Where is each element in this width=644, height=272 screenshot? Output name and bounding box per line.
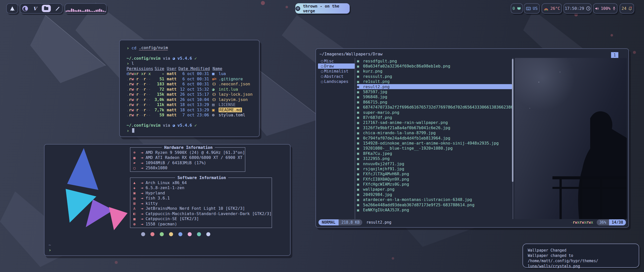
file-row[interactable]: ▣atardecer-en-la-montanas-ilustracion-63…	[357, 197, 512, 202]
notification-body-line2: luna/walls/crystals.png	[528, 264, 634, 269]
audio-pill[interactable]: 100%	[593, 3, 618, 14]
scroll-percent: 36%	[597, 219, 609, 225]
folder-icon: ■	[212, 71, 218, 76]
image-file-icon: ▣	[357, 167, 363, 171]
status-filename: result2.png	[366, 220, 391, 225]
theme-icon: ◧	[133, 212, 139, 216]
terminal-window[interactable]: ›cd .config/nvim ~/.config/nvim via ◕ v5…	[119, 40, 260, 137]
file-row[interactable]: ▣wallpaper.png	[357, 187, 512, 192]
wm-icon: ▣	[133, 191, 139, 195]
keyboard-layout-pill[interactable]: US	[524, 3, 540, 14]
image-file-icon: ▣	[357, 131, 363, 135]
notification-toast[interactable]: Wallpaper Changed Wallpaper changed to /…	[522, 244, 639, 268]
file-row[interactable]: ▣08a634fa02a32364f69ebc86a98eb1eb.png	[357, 63, 512, 69]
file-row[interactable]: ▣0c794faf07de24a4db4d4fb1eb813964.jpg	[357, 135, 512, 141]
os-icon: ▲	[133, 181, 139, 185]
visualizer-bars	[66, 5, 106, 12]
file-row[interactable]: ▣FXfcJlTXgAMvH6R.png	[357, 172, 512, 177]
git-icon: git	[212, 77, 218, 81]
file-row[interactable]: ▣20492984.jpg	[357, 192, 512, 197]
desktop: V thrown - on the verge 0 US	[0, 0, 644, 272]
distro-logo	[49, 147, 129, 233]
open-folder-icon: ▢	[321, 80, 323, 84]
file-row[interactable]: ▣217167-sad-anime-rain-wallpaper.png	[357, 120, 512, 125]
notification-count: 24	[622, 6, 626, 11]
tab-badge[interactable]: 1	[611, 52, 618, 58]
software-row: ▤→fish 3.6.1	[132, 196, 272, 201]
file-row[interactable]: ▣596848.jpg	[357, 94, 512, 99]
hardware-row: ▢→644x272	[132, 165, 245, 171]
palette-dot	[169, 232, 173, 236]
file-manager-window[interactable]: ~/Imagenes/Wallpapers/Draw 1 ▢Misc▢Draw▢…	[315, 48, 629, 228]
ls-header: PermissionsSizeUserDate ModifiedName	[127, 66, 259, 71]
file-row[interactable]: ▣8FKa7Cu.jpeg	[357, 151, 512, 156]
ls-row: drwxr-xr-x-matt6 oct 00:31■lua	[127, 71, 259, 77]
file-row[interactable]: ▣EeNKYgIUcAAJ5JX.png	[357, 207, 512, 212]
image-file-icon: ▣	[357, 90, 363, 94]
sidebar-item-draw[interactable]: ▢Draw	[318, 63, 355, 69]
file-row[interactable]: ▣FXfcHgcWIAMzs0G.png	[357, 182, 512, 187]
image-file-icon: ▣	[357, 80, 363, 84]
prompt-path: ~	[49, 243, 51, 247]
image-file-icon: ▣	[357, 74, 363, 78]
breadcrumb-path: ~/Imagenes/Wallpapers/Draw	[319, 52, 382, 56]
lua-version: v5.4.6	[177, 56, 192, 61]
media-player-pill[interactable]: thrown - on the verge	[295, 3, 350, 14]
notifications-pill[interactable]: 24	[620, 3, 634, 14]
file-row[interactable]: ▣FXfcII0X0AQyn9X.png	[357, 177, 512, 182]
text-cursor	[132, 128, 134, 133]
sidebar-item-abstract[interactable]: ▢Abstract	[318, 74, 355, 79]
mode-badge: NORMAL	[318, 219, 339, 225]
file-row[interactable]: ▣super-mario.png	[357, 110, 512, 115]
sidebar-item-landscapes[interactable]: ▢Landscapes	[318, 79, 355, 84]
file-row[interactable]: ▣587597.jpg	[357, 89, 512, 94]
file-row[interactable]: ▣3126f7e9bbf21a8a4af0b67b041c6e26.jpg	[357, 125, 512, 130]
scrollbar-thumb[interactable]	[512, 59, 513, 182]
file-row[interactable]: ▣resssult.png	[357, 74, 512, 79]
file-row[interactable]: ▣87r687df.png	[357, 115, 512, 120]
sidebar-item-minimalist[interactable]: ▢Minimalist	[318, 69, 355, 74]
app-launcher-button[interactable]	[6, 3, 18, 14]
file-row[interactable]: ▣19201080-__blue-tinge__-1920×1080.jpg	[357, 146, 512, 151]
clock-icon	[586, 6, 590, 11]
sidebar-item-misc[interactable]: ▢Misc	[318, 58, 355, 63]
file-row[interactable]: ▣rsjqojlmjhf91.jpg	[357, 166, 512, 171]
file-list: ▣ressdfgult.png▣08a634fa02a32364f69ebc86…	[357, 58, 512, 213]
command: cd	[132, 46, 136, 50]
display-icon: ▢	[133, 166, 139, 170]
folder-icon	[44, 7, 48, 10]
file-size: 218.8 KB	[339, 219, 362, 225]
workspace-firefox[interactable]	[22, 6, 28, 12]
file-row[interactable]: ▣result2.png	[357, 84, 512, 89]
weather-pill[interactable]: 26°C	[542, 3, 562, 14]
shell-icon: ▤	[133, 196, 139, 200]
workspace-paint[interactable]	[55, 6, 61, 12]
image-file-icon: ▣	[357, 203, 363, 207]
icons-icon: ▩	[133, 217, 139, 221]
file-row[interactable]: ▣ressdfgult.png	[357, 58, 512, 63]
file-row[interactable]: ▣866715.png	[357, 99, 512, 105]
spotify-icon	[295, 6, 300, 11]
software-row: ▩→Catppuccin-SE [GTK2/3]	[132, 216, 272, 222]
image-file-icon: ▣	[357, 198, 363, 202]
ls-table-body: drwxr-xr-x-matt6 oct 00:31■lua.rw-r--r--…	[127, 71, 259, 118]
ls-row: .rw-r--r--72matt12 oct 15:32◕init.lua	[127, 87, 259, 92]
file-row[interactable]: ▣68747470733a2f2f696d616765732d7769786d7…	[357, 105, 512, 110]
file-row[interactable]: ▣kurz.png	[357, 69, 512, 74]
speaker-icon	[595, 7, 599, 11]
fetch-window[interactable]: Hardware Information ⊕→AMD Ryzen 9 5900X…	[44, 144, 291, 256]
file-row[interactable]: ▣chica-mirando-la-luna-8799.jpg	[357, 130, 512, 135]
workspace-v[interactable]: V	[32, 6, 38, 12]
clock-pill[interactable]: 17:50:29	[564, 3, 592, 14]
file-row[interactable]: ▣re1sult.png	[357, 79, 512, 84]
github-notifications-pill[interactable]: 0	[511, 3, 523, 14]
file-row[interactable]: ▣3122955.png	[357, 156, 512, 161]
file-row[interactable]: ▣5a266e448add93deab367d87173e9f25-683788…	[357, 202, 512, 207]
file-row[interactable]: ▣nnvuv0xj2df71.jpg	[357, 161, 512, 166]
file-row[interactable]: ▣154928-odinokoe_anime-art-anime-okno-si…	[357, 141, 512, 146]
software-row: A→JetBrainsMono Nerd Font Light 10 [GTK2…	[132, 206, 272, 211]
software-row: ◈→6.5.8-zen1-1-zen	[132, 185, 272, 191]
open-folder-icon: ▢	[321, 74, 323, 78]
workspace-files-active[interactable]	[42, 5, 51, 12]
json-icon: {}	[212, 98, 218, 101]
